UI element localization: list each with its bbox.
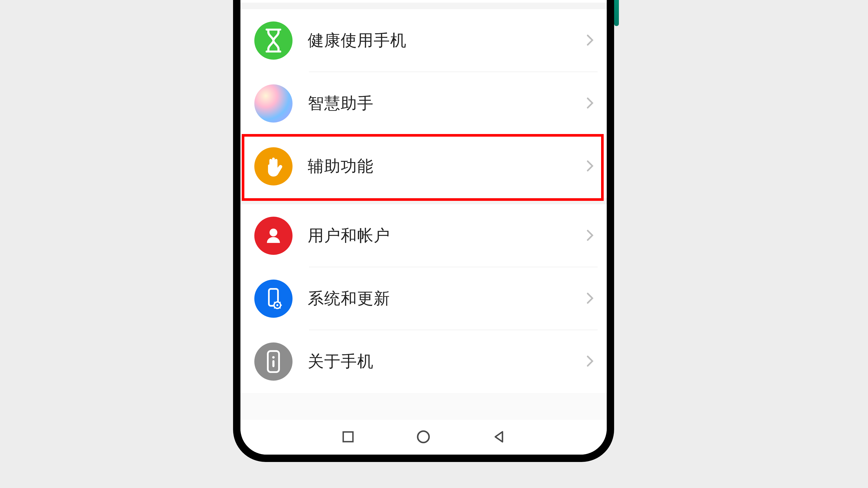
group-gap bbox=[241, 3, 607, 9]
svg-point-3 bbox=[276, 304, 278, 306]
info-phone-icon bbox=[254, 343, 292, 381]
settings-group-system: 用户和帐户 系统 bbox=[241, 204, 607, 393]
settings-group-prev bbox=[241, 0, 607, 3]
person-icon bbox=[254, 217, 292, 255]
svg-point-0 bbox=[270, 229, 277, 236]
chevron-right-icon bbox=[586, 292, 594, 305]
chevron-right-icon bbox=[586, 160, 594, 173]
chevron-right-icon bbox=[586, 355, 594, 368]
row-accessibility[interactable]: 辅助功能 bbox=[241, 135, 607, 198]
svg-point-5 bbox=[272, 356, 275, 359]
row-label: 智慧助手 bbox=[308, 93, 586, 114]
hand-icon bbox=[254, 147, 292, 186]
android-navbar bbox=[241, 420, 607, 455]
assistant-icon bbox=[254, 85, 292, 123]
svg-rect-7 bbox=[343, 432, 353, 442]
phone-frame: 健康使用手机 智慧助手 bbox=[233, 0, 614, 462]
settings-group-main: 健康使用手机 智慧助手 bbox=[241, 9, 607, 198]
row-ai-assistant[interactable]: 智慧助手 bbox=[241, 72, 607, 135]
phone-gear-icon bbox=[254, 280, 292, 318]
chevron-right-icon bbox=[586, 229, 594, 242]
svg-rect-6 bbox=[272, 360, 275, 367]
row-label: 健康使用手机 bbox=[308, 30, 586, 52]
row-about-phone[interactable]: 关于手机 bbox=[241, 330, 607, 393]
row-label: 关于手机 bbox=[308, 351, 586, 372]
row-label: 辅助功能 bbox=[308, 156, 586, 177]
chevron-right-icon bbox=[586, 97, 594, 110]
group-gap bbox=[241, 198, 607, 204]
nav-home-button[interactable] bbox=[416, 429, 431, 445]
row-label: 用户和帐户 bbox=[308, 225, 586, 247]
side-button bbox=[614, 0, 619, 26]
hourglass-icon bbox=[254, 22, 292, 60]
row-users-accounts[interactable]: 用户和帐户 bbox=[241, 204, 607, 267]
nav-back-button[interactable] bbox=[492, 430, 506, 445]
settings-list: 健康使用手机 智慧助手 bbox=[241, 0, 607, 455]
settings-row-prev[interactable] bbox=[241, 0, 607, 3]
row-digital-balance[interactable]: 健康使用手机 bbox=[241, 9, 607, 72]
row-system-update[interactable]: 系统和更新 bbox=[241, 267, 607, 330]
svg-point-8 bbox=[418, 431, 429, 443]
phone-screen: 健康使用手机 智慧助手 bbox=[241, 0, 607, 455]
row-label: 系统和更新 bbox=[308, 288, 586, 310]
chevron-right-icon bbox=[586, 34, 594, 47]
nav-recent-button[interactable] bbox=[341, 430, 355, 445]
